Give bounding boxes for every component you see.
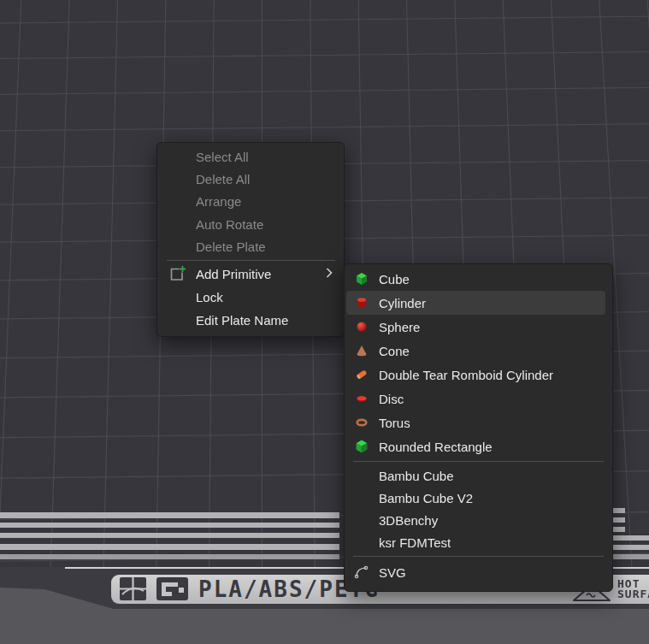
plate-stripe <box>613 535 649 541</box>
menu-item-add-primitive[interactable]: Add Primitive <box>157 263 344 286</box>
submenu-item-double-tear-romboid-cylinder[interactable]: Double Tear Romboid Cylinder <box>345 363 612 387</box>
sphere-icon <box>352 317 371 336</box>
submenu-chevron-icon <box>326 267 333 281</box>
submenu-item-bambu-cube[interactable]: Bambu Cube <box>345 464 612 487</box>
menu-item-label: Auto Rotate <box>196 217 263 232</box>
slicer-3d-viewport: PLA/ABS/PETG HOT SURFACE Select All Dele… <box>0 0 649 644</box>
plate-qr-logo-icon <box>156 577 188 604</box>
submenu-item-cylinder[interactable]: Cylinder <box>345 291 612 315</box>
menu-separator <box>167 260 335 261</box>
submenu-item-label: SVG <box>379 565 406 580</box>
cube-icon <box>352 269 371 288</box>
submenu-item-torus[interactable]: Torus <box>345 411 612 434</box>
submenu-item-label: Cone <box>379 344 410 358</box>
plate-stripe <box>613 545 649 550</box>
menu-item-label: Lock <box>196 290 223 304</box>
submenu-item-label: Rounded Rectangle <box>379 440 493 454</box>
menu-separator <box>353 556 604 557</box>
menu-separator <box>353 461 604 462</box>
submenu-item-label: Double Tear Romboid Cylinder <box>379 368 553 382</box>
submenu-item-label: ksr FDMTest <box>379 535 451 550</box>
submenu-item-cube[interactable]: Cube <box>345 267 612 291</box>
menu-item-label: Arrange <box>196 194 241 209</box>
submenu-item-sphere[interactable]: Sphere <box>345 315 612 339</box>
plate-stripe <box>0 533 339 538</box>
submenu-item-svg[interactable]: SVG <box>345 560 612 584</box>
romboid-cylinder-icon <box>352 365 371 384</box>
submenu-item-label: Bambu Cube <box>379 469 454 483</box>
svg-curve-icon <box>352 563 371 582</box>
submenu-item-label: Sphere <box>379 320 420 334</box>
menu-item-delete-plate: Delete Plate <box>157 236 344 258</box>
submenu-item-bambu-cube-v2[interactable]: Bambu Cube V2 <box>345 487 612 509</box>
submenu-item-label: Bambu Cube V2 <box>379 491 473 505</box>
menu-item-label: Add Primitive <box>196 267 271 281</box>
menu-item-label: Delete All <box>196 172 250 186</box>
add-primitive-icon <box>168 264 186 283</box>
submenu-item-disc[interactable]: Disc <box>345 387 612 411</box>
plate-stripe <box>613 527 625 532</box>
plate-stripe <box>613 517 625 523</box>
menu-item-auto-rotate: Auto Rotate <box>157 213 344 235</box>
plate-stripe <box>0 554 339 559</box>
submenu-item-label: 3DBenchy <box>379 513 438 528</box>
cylinder-icon <box>352 293 371 312</box>
menu-item-label: Select All <box>196 150 249 164</box>
submenu-item-label: Torus <box>379 416 410 430</box>
submenu-item-label: Cylinder <box>379 296 426 310</box>
hot-surface-warning-text: HOT SURFACE <box>617 579 649 600</box>
menu-item-label: Delete Plate <box>196 239 266 254</box>
torus-icon <box>352 413 371 432</box>
disc-icon <box>352 389 371 408</box>
hot-surface-line2: SURFACE <box>617 589 649 600</box>
menu-item-label: Edit Plate Name <box>196 313 288 328</box>
submenu-item-3dbenchy[interactable]: 3DBenchy <box>345 509 612 531</box>
submenu-item-ksr-fdmtest[interactable]: ksr FDMTest <box>345 531 612 553</box>
plate-stripe <box>613 554 649 559</box>
cone-icon <box>352 341 371 360</box>
menu-item-edit-plate-name[interactable]: Edit Plate Name <box>157 309 344 332</box>
rounded-rectangle-icon <box>352 437 371 456</box>
bambu-swirl-logo-icon <box>120 577 146 604</box>
submenu-item-label: Cube <box>379 272 410 287</box>
submenu-item-cone[interactable]: Cone <box>345 339 612 363</box>
plate-stripe <box>0 523 339 528</box>
menu-item-lock[interactable]: Lock <box>157 286 344 309</box>
menu-item-delete-all: Delete All <box>157 168 344 190</box>
submenu-item-rounded-rectangle[interactable]: Rounded Rectangle <box>345 434 612 458</box>
menu-item-select-all: Select All <box>157 145 344 168</box>
plate-stripe <box>613 508 625 513</box>
plate-context-menu: Select All Delete All Arrange Auto Rotat… <box>156 142 345 337</box>
plate-stripe <box>0 512 339 518</box>
menu-item-arrange: Arrange <box>157 191 344 213</box>
submenu-item-label: Disc <box>379 392 404 406</box>
plate-stripe <box>0 544 339 550</box>
add-primitive-submenu: Cube Cylinder Sphere <box>344 263 613 592</box>
